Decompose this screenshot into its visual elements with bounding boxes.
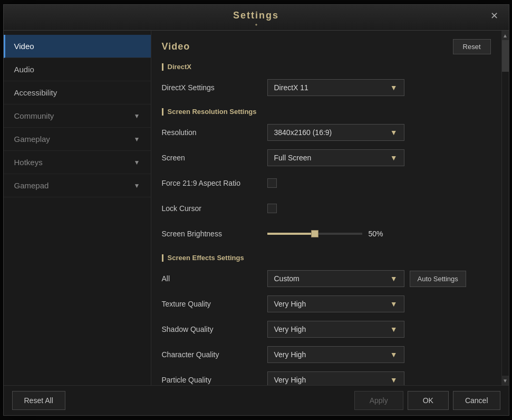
settings-dialog: Settings ⬥ ✕ Video Audio Accessibility C… [3, 4, 509, 416]
scroll-up-button[interactable]: ▲ [501, 31, 509, 40]
sidebar-label-community: Community [14, 111, 54, 120]
dropdown-value-particle: Very High [274, 376, 306, 384]
dropdown-value-resolution: 3840x2160 (16:9) [274, 128, 332, 137]
chevron-down-icon: ▼ [390, 83, 398, 92]
content-scroll[interactable]: Video Reset DirectX DirectX Settings Dir… [151, 31, 501, 385]
scroll-down-button[interactable]: ▼ [501, 376, 509, 385]
dropdown-value-screen: Full Screen [274, 154, 312, 162]
sidebar-item-accessibility[interactable]: Accessibility [4, 81, 151, 104]
setting-row-particle: Particle Quality Very High ▼ [162, 370, 491, 385]
dropdown-all[interactable]: Custom ▼ [267, 270, 404, 287]
chevron-down-icon: ▼ [390, 300, 398, 308]
sidebar-item-community[interactable]: Community ▼ [4, 104, 151, 128]
brightness-value: 50% [369, 230, 390, 238]
reset-all-button[interactable]: Reset All [12, 391, 65, 410]
setting-row-texture: Texture Quality Very High ▼ [162, 294, 491, 313]
chevron-down-icon: ▼ [134, 112, 140, 120]
section-heading-directx: DirectX [162, 63, 491, 71]
control-force-ratio [267, 178, 491, 188]
control-all: Custom ▼ Auto Settings [267, 270, 491, 287]
chevron-down-icon: ▼ [390, 154, 398, 162]
section-effects: Screen Effects Settings All Custom ▼ [162, 254, 491, 385]
slider-thumb[interactable] [311, 230, 318, 237]
section-heading-resolution: Screen Resolution Settings [162, 108, 491, 116]
sidebar: Video Audio Accessibility Community ▼ Ga… [4, 31, 151, 385]
bottom-bar: Reset All Apply OK Cancel [4, 385, 509, 415]
setting-row-brightness: Screen Brightness 50% [162, 224, 491, 243]
dialog-overlay: Settings ⬥ ✕ Video Audio Accessibility C… [0, 0, 512, 420]
setting-row-force-ratio: Force 21:9 Aspect Ratio [162, 174, 491, 193]
dropdown-value-texture: Very High [274, 300, 306, 308]
label-brightness: Screen Brightness [162, 230, 267, 238]
main-layout: Video Audio Accessibility Community ▼ Ga… [4, 31, 509, 385]
scroll-thumb[interactable] [502, 40, 509, 72]
label-particle-quality: Particle Quality [162, 376, 267, 384]
sidebar-item-audio[interactable]: Audio [4, 58, 151, 81]
setting-row-screen: Screen Full Screen ▼ [162, 148, 491, 167]
chevron-down-icon: ▼ [390, 325, 398, 333]
dropdown-character-quality[interactable]: Very High ▼ [267, 346, 404, 363]
content-header: Video Reset [162, 39, 491, 54]
dropdown-value-character: Very High [274, 350, 306, 359]
bottom-right-buttons: Apply OK Cancel [354, 391, 500, 410]
chevron-down-icon: ▼ [134, 182, 140, 189]
checkbox-force-ratio[interactable] [267, 178, 277, 188]
control-brightness: 50% [267, 230, 491, 238]
auto-settings-button[interactable]: Auto Settings [410, 271, 466, 287]
scrollbar: ▲ ▼ [501, 31, 509, 385]
dropdown-screen[interactable]: Full Screen ▼ [267, 149, 404, 166]
section-directx: DirectX DirectX Settings DirectX 11 ▼ [162, 63, 491, 97]
scroll-track [502, 40, 509, 376]
cancel-button[interactable]: Cancel [453, 391, 500, 410]
sidebar-label-hotkeys: Hotkeys [14, 158, 43, 167]
label-texture-quality: Texture Quality [162, 300, 267, 308]
apply-button[interactable]: Apply [354, 391, 403, 410]
dropdown-value-shadow: Very High [274, 325, 306, 333]
dropdown-directx[interactable]: DirectX 11 ▼ [267, 79, 404, 96]
section-resolution: Screen Resolution Settings Resolution 38… [162, 108, 491, 243]
chevron-down-icon: ▼ [390, 376, 398, 384]
chevron-down-icon: ▼ [390, 274, 398, 283]
control-lock-cursor [267, 204, 491, 213]
setting-row-resolution: Resolution 3840x2160 (16:9) ▼ [162, 123, 491, 142]
sidebar-item-hotkeys[interactable]: Hotkeys ▼ [4, 151, 151, 174]
control-screen: Full Screen ▼ [267, 149, 491, 166]
sidebar-item-gameplay[interactable]: Gameplay ▼ [4, 128, 151, 151]
setting-row-lock-cursor: Lock Cursor [162, 199, 491, 218]
content-area: Video Reset DirectX DirectX Settings Dir… [151, 31, 501, 385]
chevron-down-icon: ▼ [134, 159, 140, 166]
chevron-down-icon: ▼ [390, 128, 398, 137]
chevron-down-icon: ▼ [390, 350, 398, 359]
dropdown-value-all: Custom [274, 274, 300, 283]
setting-row-character: Character Quality Very High ▼ [162, 345, 491, 364]
control-texture-quality: Very High ▼ [267, 295, 491, 312]
sidebar-label-audio: Audio [14, 65, 34, 74]
title-bar: Settings ⬥ ✕ [4, 5, 509, 31]
label-screen: Screen [162, 154, 267, 162]
close-button[interactable]: ✕ [487, 10, 501, 22]
label-directx-settings: DirectX Settings [162, 83, 267, 92]
checkbox-lock-cursor[interactable] [267, 204, 277, 213]
sidebar-item-video[interactable]: Video [4, 35, 151, 58]
title-ornament: ⬥ [4, 21, 509, 27]
slider-fill [267, 233, 315, 235]
sidebar-label-video: Video [14, 42, 34, 51]
label-lock-cursor: Lock Cursor [162, 204, 267, 213]
reset-button[interactable]: Reset [453, 39, 491, 54]
setting-row-directx: DirectX Settings DirectX 11 ▼ [162, 78, 491, 97]
dropdown-texture-quality[interactable]: Very High ▼ [267, 295, 404, 312]
dropdown-shadow-quality[interactable]: Very High ▼ [267, 321, 404, 338]
sidebar-item-gamepad[interactable]: Gamepad ▼ [4, 174, 151, 197]
sidebar-label-gameplay: Gameplay [14, 135, 50, 144]
label-character-quality: Character Quality [162, 350, 267, 359]
setting-row-shadow: Shadow Quality Very High ▼ [162, 320, 491, 339]
section-heading-effects: Screen Effects Settings [162, 254, 491, 262]
control-directx-settings: DirectX 11 ▼ [267, 79, 491, 96]
dropdown-resolution[interactable]: 3840x2160 (16:9) ▼ [267, 124, 404, 141]
label-shadow-quality: Shadow Quality [162, 325, 267, 333]
dropdown-particle-quality[interactable]: Very High ▼ [267, 371, 404, 385]
ok-button[interactable]: OK [408, 391, 449, 410]
brightness-slider[interactable] [267, 233, 362, 235]
dialog-title: Settings [233, 10, 279, 21]
setting-row-all: All Custom ▼ Auto Settings [162, 269, 491, 288]
